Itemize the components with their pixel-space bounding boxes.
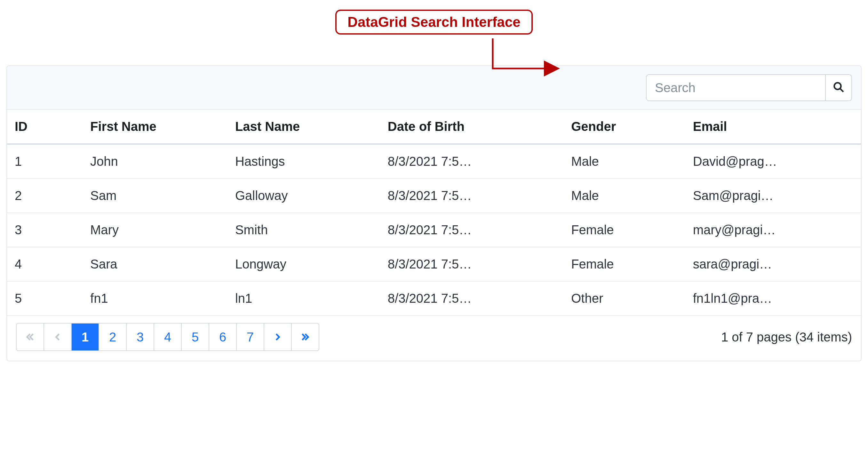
datagrid-container: ID First Name Last Name Date of Birth Ge… [6, 65, 862, 361]
cell-email: sara@pragi… [685, 247, 861, 281]
col-header-last-name[interactable]: Last Name [227, 110, 380, 144]
cell-first-name: Sam [83, 179, 227, 213]
col-header-gender[interactable]: Gender [563, 110, 685, 144]
cell-id: 4 [7, 247, 83, 281]
cell-gender: Male [563, 144, 685, 179]
cell-first-name: Mary [83, 213, 227, 247]
cell-gender: Other [563, 281, 685, 315]
cell-last-name: ln1 [227, 281, 380, 315]
cell-gender: Female [563, 247, 685, 281]
cell-dob: 8/3/2021 7:5… [380, 179, 563, 213]
pager-last-button[interactable] [292, 324, 319, 351]
table-row[interactable]: 5 fn1 ln1 8/3/2021 7:5… Other fn1ln1@pra… [7, 281, 861, 315]
chevron-double-left-icon [26, 330, 35, 344]
pager-page-7[interactable]: 7 [237, 324, 264, 351]
svg-line-1 [840, 89, 844, 92]
search-button[interactable] [825, 75, 851, 100]
cell-id: 1 [7, 144, 83, 179]
col-header-first-name[interactable]: First Name [83, 110, 227, 144]
cell-email: mary@pragi… [685, 213, 861, 247]
cell-email: Sam@pragi… [685, 179, 861, 213]
pager-page-1[interactable]: 1 [72, 324, 99, 351]
cell-dob: 8/3/2021 7:5… [380, 213, 563, 247]
pager: 1 2 3 4 5 6 7 [16, 323, 319, 351]
cell-dob: 8/3/2021 7:5… [380, 247, 563, 281]
pager-page-6[interactable]: 6 [209, 324, 237, 351]
col-header-email[interactable]: Email [685, 110, 861, 144]
cell-last-name: Smith [227, 213, 380, 247]
table-row[interactable]: 2 Sam Galloway 8/3/2021 7:5… Male Sam@pr… [7, 179, 861, 213]
col-header-id[interactable]: ID [7, 110, 83, 144]
datagrid-toolbar [7, 66, 861, 110]
search-input[interactable] [647, 75, 825, 100]
cell-first-name: Sara [83, 247, 227, 281]
cell-last-name: Hastings [227, 144, 380, 179]
cell-gender: Female [563, 213, 685, 247]
cell-email: fn1ln1@pra… [685, 281, 861, 315]
table-row[interactable]: 1 John Hastings 8/3/2021 7:5… Male David… [7, 144, 861, 179]
datagrid-table: ID First Name Last Name Date of Birth Ge… [7, 110, 861, 316]
cell-gender: Male [563, 179, 685, 213]
pager-page-2[interactable]: 2 [99, 324, 127, 351]
cell-first-name: John [83, 144, 227, 179]
pager-next-button[interactable] [264, 324, 292, 351]
cell-id: 5 [7, 281, 83, 315]
pager-page-5[interactable]: 5 [182, 324, 209, 351]
chevron-double-right-icon [301, 330, 310, 344]
cell-dob: 8/3/2021 7:5… [380, 144, 563, 179]
cell-dob: 8/3/2021 7:5… [380, 281, 563, 315]
search-icon [833, 81, 844, 94]
cell-email: David@prag… [685, 144, 861, 179]
chevron-right-icon [273, 330, 282, 344]
pager-page-4[interactable]: 4 [154, 324, 182, 351]
pager-first-button[interactable] [17, 324, 44, 351]
cell-id: 2 [7, 179, 83, 213]
datagrid-footer: 1 2 3 4 5 6 7 1 of 7 pages (34 items) [7, 316, 861, 361]
cell-last-name: Longway [227, 247, 380, 281]
cell-last-name: Galloway [227, 179, 380, 213]
pager-page-3[interactable]: 3 [127, 324, 154, 351]
table-row[interactable]: 3 Mary Smith 8/3/2021 7:5… Female mary@p… [7, 213, 861, 247]
pager-summary: 1 of 7 pages (34 items) [721, 330, 852, 344]
table-row[interactable]: 4 Sara Longway 8/3/2021 7:5… Female sara… [7, 247, 861, 281]
chevron-left-icon [53, 330, 62, 344]
search-box [646, 74, 852, 101]
svg-point-0 [834, 83, 841, 90]
annotation-label: DataGrid Search Interface [335, 9, 532, 35]
annotation-callout: DataGrid Search Interface [0, 8, 868, 65]
col-header-dob[interactable]: Date of Birth [380, 110, 563, 144]
cell-first-name: fn1 [83, 281, 227, 315]
pager-prev-button[interactable] [44, 324, 72, 351]
header-row: ID First Name Last Name Date of Birth Ge… [7, 110, 861, 144]
cell-id: 3 [7, 213, 83, 247]
